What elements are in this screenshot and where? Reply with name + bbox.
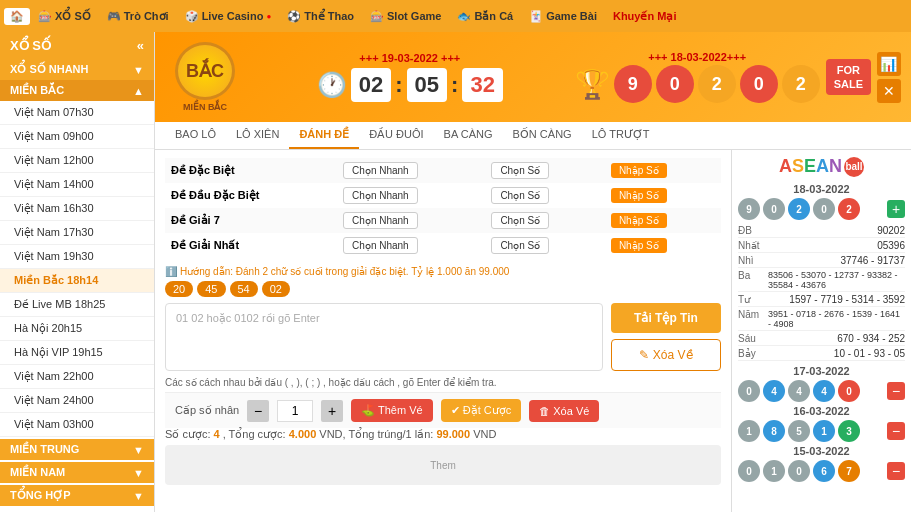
sidebar-xo-so-nhanh[interactable]: XỔ SỐ NHANH ▼ xyxy=(0,59,154,80)
bet-nhap-so-1[interactable]: Nhập Số xyxy=(605,158,721,183)
chip-20: 20 xyxy=(165,281,193,297)
qty-increase-btn[interactable]: + xyxy=(321,400,343,422)
nav-live-casino[interactable]: 🎲 Live Casino ● xyxy=(177,10,280,23)
nav-the-thao[interactable]: ⚽ Thể Thao xyxy=(279,10,362,23)
sidebar-item-hanoi-vip[interactable]: Hà Nội VIP 19h15 xyxy=(0,341,154,365)
sidebar-item-hanoi-2015[interactable]: Hà Nội 20h15 xyxy=(0,317,154,341)
bet-chon-so-1[interactable]: Chọn Số xyxy=(485,158,605,183)
bet-area: Đề Đặc Biệt Chọn Nhanh Chọn Số Nhập Số Đ… xyxy=(155,150,731,512)
result-bay-val: 10 - 01 - 93 - 05 xyxy=(834,348,905,359)
tab-dau-duoi[interactable]: ĐẦU ĐUÔI xyxy=(359,122,433,149)
cap-so-nhan-label: Cấp số nhân xyxy=(175,404,239,417)
sidebar-item-vn-0900[interactable]: Việt Nam 09h00 xyxy=(0,125,154,149)
sidebar-mientrung-arrow: ▼ xyxy=(133,444,144,456)
tab-ba-cang[interactable]: BA CÀNG xyxy=(434,122,503,149)
tab-lo-xien[interactable]: LÔ XIÊN xyxy=(226,122,289,149)
xoa-ve-right-button[interactable]: ✎ Xóa Về xyxy=(611,339,721,371)
timer-hours: 02 xyxy=(351,68,391,102)
ball-r3-5: 5 xyxy=(788,420,810,442)
sidebar-item-vn-1400[interactable]: Việt Nam 14h00 xyxy=(0,173,154,197)
nav-thethao-label: Thể Thao xyxy=(304,10,354,23)
bet-nhap-so-2[interactable]: Nhập Số xyxy=(605,183,721,208)
sidebar-item-vn-1930[interactable]: Việt Nam 19h30 xyxy=(0,245,154,269)
ball-r3-1b: 1 xyxy=(813,420,835,442)
sidebar-item-vn-0300[interactable]: Việt Nam 03h00 xyxy=(0,413,154,437)
them-ve-button[interactable]: ⛳ Thêm Vé xyxy=(351,399,433,422)
sidebar-item-vn-1630[interactable]: Việt Nam 16h30 xyxy=(0,197,154,221)
ball-r2-0: 0 xyxy=(738,380,760,402)
bet-nhap-so-3[interactable]: Nhập Số xyxy=(605,208,721,233)
timer-sep1: : xyxy=(395,72,402,98)
nav-xo-so[interactable]: 🎰 XỔ SỐ xyxy=(30,10,99,23)
number-input-box[interactable]: 01 02 hoặc 0102 rồi gõ Enter xyxy=(165,303,603,371)
qty-input[interactable] xyxy=(277,400,313,422)
add-result-btn[interactable]: + xyxy=(887,200,905,218)
remove-result-btn-2[interactable]: − xyxy=(887,382,905,400)
tab-danh-de[interactable]: ĐÁNH ĐỀ xyxy=(289,122,359,149)
ball-r2-4b: 4 xyxy=(788,380,810,402)
tab-lo-truot[interactable]: LÔ TRƯỢT xyxy=(582,122,660,149)
tai-tep-button[interactable]: Tải Tệp Tin xyxy=(611,303,721,333)
sidebar-item-vn-0730[interactable]: Việt Nam 07h30 xyxy=(0,101,154,125)
tab-bon-cang[interactable]: BỐN CÀNG xyxy=(503,122,582,149)
bet-chon-nhanh-3[interactable]: Chọn Nhanh xyxy=(337,208,485,233)
bac-circle: BẮC xyxy=(175,42,235,100)
lottery-num-2: 0 xyxy=(656,65,694,103)
sidebar-mien-bac[interactable]: MIỀN BẮC ▲ xyxy=(0,80,154,101)
banner-date2: +++ 18-03-2022+++ xyxy=(648,51,746,63)
bet-chon-so-2[interactable]: Chọn Số xyxy=(485,183,605,208)
nav-slotgame-label: Slot Game xyxy=(387,10,441,22)
xoa-ve-button[interactable]: 🗑 Xóa Vé xyxy=(529,400,599,422)
bet-name-de-dac-biet: Đề Đặc Biệt xyxy=(165,158,337,183)
bet-chon-so-4[interactable]: Chọn Số xyxy=(485,233,605,258)
nav-banca-icon: 🐟 xyxy=(457,10,471,23)
nav-slotgame-icon: 🎰 xyxy=(370,10,384,23)
nav-slot-game[interactable]: 🎰 Slot Game xyxy=(362,10,449,23)
close-tool-btn[interactable]: ✕ xyxy=(877,79,901,103)
result-ba-name: Ba xyxy=(738,270,768,290)
bet-chon-nhanh-4[interactable]: Chọn Nhanh xyxy=(337,233,485,258)
ball-r4-0: 0 xyxy=(738,460,760,482)
sidebar-collapse-icon[interactable]: « xyxy=(137,38,144,53)
result-db-name: ĐB xyxy=(738,225,768,236)
sidebar-item-vn-1730[interactable]: Việt Nam 17h30 xyxy=(0,221,154,245)
sidebar-item-vn-2200[interactable]: Việt Nam 22h00 xyxy=(0,365,154,389)
tab-bao-lo[interactable]: BAO LÔ xyxy=(165,122,226,149)
bet-nhap-so-4[interactable]: Nhập Số xyxy=(605,233,721,258)
sidebar-title: XỔ SỐ « xyxy=(0,32,154,59)
sidebar-mien-nam[interactable]: MIỀN NAM ▼ xyxy=(0,462,154,483)
result-nam-val: 3951 - 0718 - 2676 - 1539 - 1641 - 4908 xyxy=(768,309,905,329)
nav-gamebai-icon: 🃏 xyxy=(529,10,543,23)
remove-result-btn-3[interactable]: − xyxy=(887,422,905,440)
qty-decrease-btn[interactable]: − xyxy=(247,400,269,422)
sidebar-item-vn-2400[interactable]: Việt Nam 24h00 xyxy=(0,389,154,413)
sidebar-item-mienbac-1814[interactable]: Miền Bắc 18h14 xyxy=(0,269,154,293)
sidebar-mien-trung[interactable]: MIỀN TRUNG ▼ xyxy=(0,439,154,460)
nav-ban-ca[interactable]: 🐟 Bắn Cá xyxy=(449,10,521,23)
nav-home[interactable]: 🏠 xyxy=(4,8,30,25)
remove-result-btn-4[interactable]: − xyxy=(887,462,905,480)
result-db-val: 90202 xyxy=(877,225,905,236)
nav-live-dot: ● xyxy=(266,12,271,21)
sidebar-item-de-live[interactable]: Đề Live MB 18h25 xyxy=(0,293,154,317)
note-text: Các số cách nhau bởi dấu ( , ), ( ; ) , … xyxy=(165,377,721,388)
bet-row-de-dau-dac-biet: Đề Đầu Đặc Biệt Chọn Nhanh Chọn Số Nhập … xyxy=(165,183,721,208)
chart-tool-btn[interactable]: 📊 xyxy=(877,52,901,76)
nav-khuyen-mai[interactable]: Khuyến Mại xyxy=(605,10,685,23)
ball-r3-3: 3 xyxy=(838,420,860,442)
chip-45: 45 xyxy=(197,281,225,297)
right-ball-row-1: 9 0 2 0 2 + xyxy=(738,198,905,220)
result-nam-name: Năm xyxy=(738,309,768,329)
bet-chon-nhanh-2[interactable]: Chọn Nhanh xyxy=(337,183,485,208)
nav-game-bai[interactable]: 🃏 Game Bài xyxy=(521,10,605,23)
result-bay: Bảy 10 - 01 - 93 - 05 xyxy=(738,347,905,361)
bet-chon-nhanh-1[interactable]: Chọn Nhanh xyxy=(337,158,485,183)
sidebar-tong-hop[interactable]: TỔNG HỢP ▼ xyxy=(0,485,154,506)
dat-cuoc-button[interactable]: ✔ Đặt Cược xyxy=(441,399,522,422)
timer-sep2: : xyxy=(451,72,458,98)
input-section: 01 02 hoặc 0102 rồi gõ Enter Tải Tệp Tin… xyxy=(165,303,721,371)
sidebar-item-vn-1200[interactable]: Việt Nam 12h00 xyxy=(0,149,154,173)
for-sale-badge: FORSALE xyxy=(826,59,871,96)
bet-chon-so-3[interactable]: Chọn Số xyxy=(485,208,605,233)
nav-tro-choi[interactable]: 🎮 Trò Chơi xyxy=(99,10,177,23)
